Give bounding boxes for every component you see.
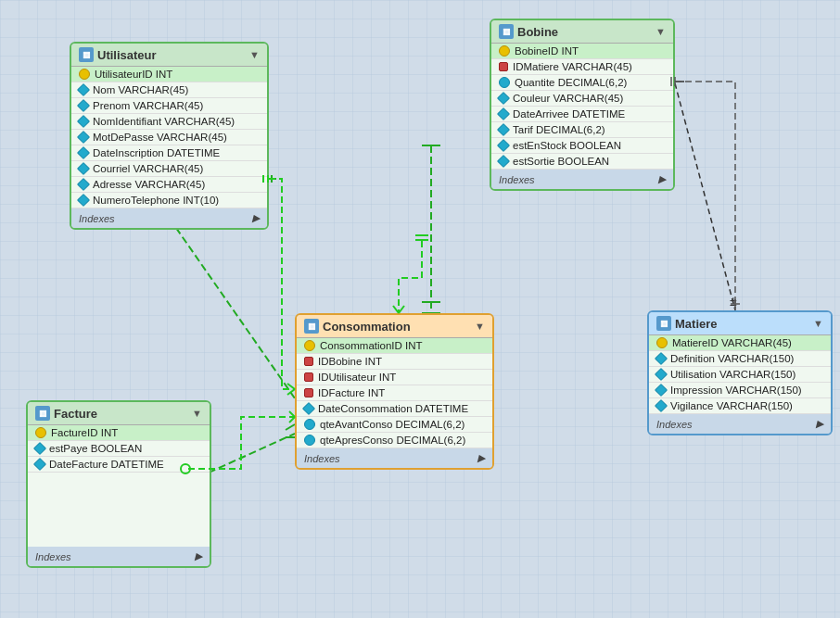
field-icon	[655, 368, 668, 381]
field-icon	[77, 146, 90, 159]
svg-line-12	[286, 424, 295, 430]
field-icon	[497, 92, 510, 105]
facture-spacer	[28, 473, 210, 547]
foreign-key-icon	[304, 357, 313, 366]
matiere-table: ▦ Matiere ▼ MatiereID VARCHAR(45) Defini…	[647, 310, 833, 435]
consommation-table: ▦ Consommation ▼ ConsommationID INT IDBo…	[295, 313, 494, 470]
indexes-arrow-icon: ▶	[195, 550, 202, 562]
field-icon	[33, 458, 46, 471]
field-matiereid: MatiereID VARCHAR(45)	[649, 335, 831, 351]
bobine-title: Bobine	[517, 25, 558, 39]
field-icon	[497, 139, 510, 152]
field-icon	[655, 399, 668, 412]
consommation-header: ▦ Consommation ▼	[297, 315, 492, 338]
field-utilisation: Utilisation VARCHAR(150)	[649, 367, 831, 383]
foreign-key-icon	[499, 62, 508, 71]
field-icon	[77, 194, 90, 207]
bobine-chevron[interactable]: ▼	[655, 26, 666, 37]
field-icon	[302, 402, 315, 415]
foreign-key-icon	[304, 372, 313, 382]
field-dateconsommation: DateConsommation DATETIME	[297, 401, 492, 417]
field-idfacture: IDFacture INT	[297, 385, 492, 401]
matiere-chevron[interactable]: ▼	[813, 318, 823, 329]
consommation-title: Consommation	[323, 320, 411, 334]
bobine-header: ▦ Bobine ▼	[491, 20, 673, 44]
svg-line-16	[287, 384, 295, 389]
utilisateur-chevron[interactable]: ▼	[249, 49, 260, 60]
primary-key-icon	[304, 340, 315, 351]
primary-key-icon	[35, 427, 46, 438]
facture-title: Facture	[54, 407, 97, 421]
svg-line-21	[399, 306, 404, 313]
consommation-indexes[interactable]: Indexes ▶	[297, 448, 492, 468]
field-factureid: FactureID INT	[28, 425, 210, 441]
matiere-title: Matiere	[675, 317, 718, 331]
field-idbobine: IDBobine INT	[297, 354, 492, 370]
field-icon	[77, 162, 90, 175]
field-tarif: Tarif DECIMAL(6,2)	[491, 122, 673, 138]
consommation-table-icon: ▦	[304, 319, 319, 334]
primary-key-icon	[499, 45, 510, 57]
consommation-chevron[interactable]: ▼	[475, 321, 485, 332]
field-icon	[304, 435, 315, 446]
field-qteapresconso: qteApresConso DECIMAL(6,2)	[297, 433, 492, 448]
field-nomidentifiant: NomIdentifiant VARCHAR(45)	[71, 114, 267, 130]
field-estpaye: estPaye BOOLEAN	[28, 441, 210, 457]
utilisateur-header: ▦ Utilisateur ▼	[71, 44, 267, 67]
utilisateur-table: ▦ Utilisateur ▼ UtilisateurID INT Nom VA…	[70, 42, 269, 230]
field-icon	[77, 178, 90, 191]
field-nom: Nom VARCHAR(45)	[71, 82, 267, 98]
field-icon	[655, 352, 668, 365]
bobine-fields: BobineID INT IDMatiere VARCHAR(45) Quant…	[491, 44, 673, 170]
utilisateur-fields: UtilisateurID INT Nom VARCHAR(45) Prenom…	[71, 67, 267, 208]
field-dateinscription: DateInscription DATETIME	[71, 145, 267, 161]
svg-line-17	[287, 389, 295, 395]
field-courriel: Courriel VARCHAR(45)	[71, 161, 267, 177]
field-couleur: Couleur VARCHAR(45)	[491, 91, 673, 107]
facture-table: ▦ Facture ▼ FactureID INT estPaye BOOLEA…	[26, 400, 211, 568]
svg-line-20	[393, 306, 399, 313]
bobine-table-icon: ▦	[499, 24, 514, 39]
field-icon	[497, 107, 510, 120]
matiere-table-icon: ▦	[656, 316, 671, 331]
indexes-arrow-icon: ▶	[658, 173, 666, 185]
field-definition: Definition VARCHAR(150)	[649, 351, 831, 367]
field-idutilisateur: IDUtilisateur INT	[297, 370, 492, 385]
utilisateur-indexes[interactable]: Indexes ▶	[71, 208, 267, 228]
facture-fields: FactureID INT estPaye BOOLEAN DateFactur…	[28, 425, 210, 547]
facture-table-icon: ▦	[35, 406, 50, 421]
field-icon	[77, 83, 90, 96]
field-icon	[77, 131, 90, 144]
field-consommationid: ConsommationID INT	[297, 338, 492, 354]
matiere-indexes[interactable]: Indexes ▶	[649, 414, 831, 434]
facture-header: ▦ Facture ▼	[28, 402, 210, 425]
field-icon	[304, 419, 315, 430]
field-icon	[497, 123, 510, 136]
field-icon	[499, 77, 510, 88]
bobine-indexes[interactable]: Indexes ▶	[491, 170, 673, 189]
field-motdepasse: MotDePasse VARCHAR(45)	[71, 130, 267, 145]
svg-line-0	[170, 219, 295, 398]
field-impression: Impression VARCHAR(150)	[649, 383, 831, 398]
field-idmatiere: IDMatiere VARCHAR(45)	[491, 59, 673, 75]
facture-chevron[interactable]: ▼	[192, 408, 202, 419]
facture-indexes[interactable]: Indexes ▶	[28, 547, 210, 566]
matiere-fields: MatiereID VARCHAR(45) Definition VARCHAR…	[649, 335, 831, 414]
foreign-key-icon	[304, 388, 313, 397]
utilisateur-title: Utilisateur	[97, 48, 157, 62]
field-adresse: Adresse VARCHAR(45)	[71, 177, 267, 193]
primary-key-icon	[79, 69, 90, 80]
field-utilisateurid: UtilisateurID INT	[71, 67, 267, 82]
primary-key-icon	[656, 337, 668, 348]
indexes-arrow-icon: ▶	[252, 212, 260, 224]
field-icon	[497, 155, 510, 168]
field-datefacture: DateFacture DATETIME	[28, 457, 210, 473]
field-qteavantconso: qteAvantConso DECIMAL(6,2)	[297, 417, 492, 433]
field-quantite: Quantite DECIMAL(6,2)	[491, 75, 673, 91]
field-estsortie: estSortie BOOLEAN	[491, 154, 673, 170]
svg-line-7	[675, 83, 735, 310]
field-numerotelephone: NumeroTelephone INT(10)	[71, 193, 267, 208]
field-icon	[33, 442, 46, 455]
svg-text:±: ±	[730, 294, 737, 309]
consommation-fields: ConsommationID INT IDBobine INT IDUtilis…	[297, 338, 492, 448]
